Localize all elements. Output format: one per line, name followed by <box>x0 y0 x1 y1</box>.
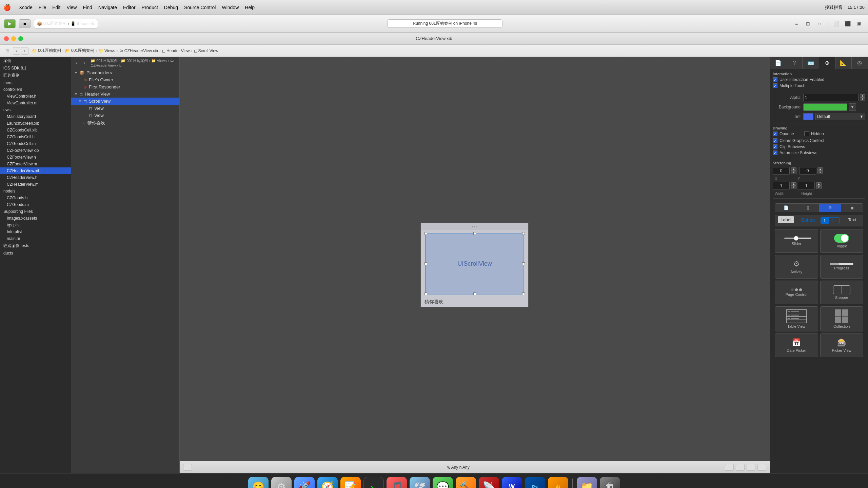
widget-switch[interactable]: Toggle <box>820 229 864 253</box>
resolve-icon[interactable]: ⊟ <box>757 464 766 471</box>
menu-product[interactable]: Product <box>142 5 158 10</box>
dock-safari[interactable]: 🧭 <box>317 477 338 488</box>
inspector-icon[interactable]: ▣ <box>854 19 864 28</box>
clip-subviews-checkbox[interactable] <box>773 144 777 149</box>
widget-activity[interactable]: ⚙ Activity <box>775 255 818 279</box>
sidebar-czfooterview-h[interactable]: CZFooterView.h <box>0 154 71 161</box>
outline-label[interactable]: L 猜你喜欢 <box>71 119 179 127</box>
zoom-fit-icon[interactable]: ⊡ <box>725 464 734 471</box>
dock-music[interactable]: 🎵 <box>387 477 407 488</box>
close-button[interactable] <box>4 36 9 41</box>
widget-slider[interactable]: ○ Slider <box>775 229 818 253</box>
sx-up[interactable]: ▲ <box>791 167 796 171</box>
play-button[interactable]: ▶ <box>4 19 16 28</box>
editor-standard-icon[interactable]: ≡ <box>792 19 801 28</box>
menu-navigate[interactable]: Navigate <box>98 5 117 10</box>
dock-wechat[interactable]: 💬 <box>433 477 453 488</box>
user-interaction-checkbox[interactable] <box>773 77 777 82</box>
editor-version-icon[interactable]: ↔ <box>815 19 824 28</box>
stop-button[interactable]: ■ <box>19 19 31 28</box>
lib-tab-file[interactable]: 📄 <box>775 204 797 212</box>
autoresize-checkbox[interactable] <box>773 150 777 155</box>
sidebar-czgoodscell-m[interactable]: CZGoodsCell.m <box>0 140 71 147</box>
dock-notes[interactable]: 📝 <box>340 477 361 488</box>
back-button[interactable]: ‹ <box>13 47 20 55</box>
maximize-button[interactable] <box>18 36 23 41</box>
stretch-x-input[interactable] <box>773 167 790 175</box>
sidebar-models[interactable]: nodels <box>0 188 71 195</box>
sidebar-czgoods-h[interactable]: CZGoods.h <box>0 195 71 201</box>
sidebar-products[interactable]: ducts <box>0 250 71 257</box>
quick-text[interactable]: Text <box>841 215 863 226</box>
dock-launchpad[interactable]: 🚀 <box>294 477 315 488</box>
input-method[interactable]: 搜狐拼音 <box>825 4 843 11</box>
constraint-icon[interactable]: ⊞ <box>747 464 755 471</box>
sy-down[interactable]: ▼ <box>817 171 823 174</box>
alpha-up[interactable]: ▲ <box>860 94 865 98</box>
quick-label[interactable]: Label <box>775 215 797 226</box>
stretch-h-input[interactable] <box>798 182 815 189</box>
sidebar-czfooterview-xib[interactable]: CZFooterView.xib <box>0 147 71 154</box>
sw-down[interactable]: ▼ <box>791 186 796 189</box>
dock-finder[interactable]: 😊 <box>248 477 269 488</box>
menu-file[interactable]: File <box>39 5 46 10</box>
structure-view-icon[interactable]: ⊞ <box>3 46 12 55</box>
sidebar-czheaderview-h[interactable]: CZHeaderView.h <box>0 174 71 181</box>
menu-xcode[interactable]: Xcode <box>19 5 33 10</box>
dock-photoshop[interactable]: Ps <box>525 477 545 488</box>
sidebar-item-thers[interactable]: thers <box>0 79 71 86</box>
dock-terminal[interactable]: >_ <box>363 477 384 488</box>
sx-down[interactable]: ▼ <box>791 171 796 174</box>
sh-up[interactable]: ▲ <box>816 182 822 186</box>
tab-identity-inspector[interactable]: 🪪 <box>803 57 819 69</box>
debug-area-icon[interactable]: ⬛ <box>843 19 852 28</box>
dock-trash[interactable]: 🗑 <box>600 477 620 488</box>
dock-filezilla[interactable]: 📡 <box>479 477 499 488</box>
stretch-y-input[interactable] <box>799 167 816 175</box>
widget-collection[interactable]: Collection <box>820 306 864 331</box>
tab-attributes-inspector[interactable]: ⊕ <box>819 57 835 69</box>
sidebar-images[interactable]: Images.xcassets <box>0 215 71 222</box>
multiple-touch-checkbox[interactable] <box>773 83 777 88</box>
forward-button[interactable]: › <box>21 47 28 55</box>
sh-down[interactable]: ▼ <box>816 186 822 189</box>
tint-dropdown[interactable]: Default ▼ <box>815 113 865 120</box>
opaque-checkbox[interactable] <box>773 131 777 136</box>
size-class-icon[interactable]: ⊠ <box>736 464 745 471</box>
tab-quick-help[interactable]: ? <box>786 57 803 69</box>
widget-table[interactable]: ▬ ▬▬▬ ▬ ▬▬▬ ▬ ▬▬▬ Table View <box>775 306 818 331</box>
background-color-swatch[interactable] <box>803 103 847 111</box>
sidebar-tests[interactable]: 匠购案例Tests <box>0 242 71 250</box>
menu-debug[interactable]: Debug <box>164 5 178 10</box>
menu-help[interactable]: Help <box>245 5 255 10</box>
menu-view[interactable]: View <box>66 5 77 10</box>
widget-stepper[interactable]: – + Stepper <box>820 281 864 304</box>
scroll-view-selected[interactable]: UIScrollView <box>425 233 524 294</box>
outline-view-1[interactable]: ◻ View <box>71 105 179 112</box>
dock-sysprefs[interactable]: ⚙ <box>271 477 292 488</box>
sidebar-item-2[interactable]: 匠购案例 <box>0 72 71 79</box>
widget-pagecontrol[interactable]: Page Control <box>775 281 818 304</box>
widget-picker[interactable]: 🎰 Picker View <box>820 333 864 357</box>
tint-color-swatch[interactable] <box>803 113 813 120</box>
outline-view-2[interactable]: ◻ View <box>71 112 179 119</box>
alpha-input[interactable] <box>803 94 859 101</box>
outline-header-view[interactable]: ▼ ◻ Header View <box>71 90 179 98</box>
quick-button[interactable]: Button <box>797 215 819 226</box>
clears-graphics-checkbox[interactable] <box>773 138 777 143</box>
tab-size-inspector[interactable]: 📐 <box>835 57 852 69</box>
sidebar-item-controllers[interactable]: controllers <box>0 86 71 93</box>
sidebar-info[interactable]: Info.plist <box>0 228 71 235</box>
sidebar-tgs[interactable]: tgs.plist <box>0 222 71 228</box>
outline-files-owner[interactable]: ⊕ File's Owner <box>71 76 179 83</box>
breadcrumb-xib[interactable]: 🗂 CZHeaderView.xib <box>119 48 158 53</box>
editor-assistant-icon[interactable]: ⊞ <box>803 19 813 28</box>
sidebar-viewcontroller-h[interactable]: ViewController.h <box>0 93 71 100</box>
stretch-w-input[interactable] <box>773 182 790 189</box>
tab-connections-inspector[interactable]: ◎ <box>852 57 868 69</box>
outline-placeholders[interactable]: ▼ 📦 Placeholders <box>71 69 179 76</box>
breadcrumb-scrollview[interactable]: ◻ Scroll View <box>194 48 218 53</box>
dock-maps[interactable]: 🗺 <box>410 477 430 488</box>
quick-segmented[interactable]: 1 2 <box>819 215 841 226</box>
lib-tab-code[interactable]: {} <box>797 204 819 212</box>
